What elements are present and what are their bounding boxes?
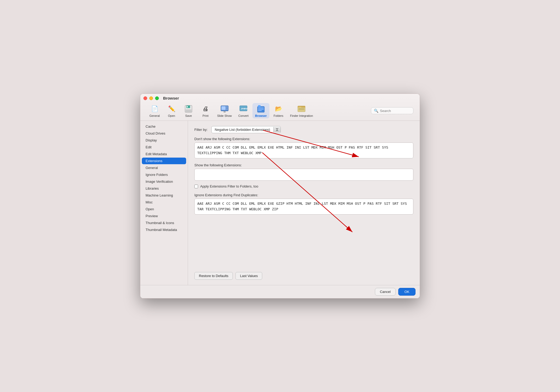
apply-filter-label[interactable]: Apply Extensions Filter to Folders, too	[200, 184, 258, 188]
sidebar-item-cache[interactable]: Cache	[142, 123, 186, 130]
toolbar-label-folders: Folders	[274, 114, 283, 117]
convert-icon: JPG PNG	[239, 104, 248, 114]
svg-rect-16	[258, 110, 262, 111]
toolbar-label-finder: Finder Integration	[290, 114, 313, 117]
ignore-extensions-value: AAE ARJ ASM C CC COM DLL EML EMLX EXE GZ…	[197, 202, 407, 211]
toolbar-label-open: Open	[168, 114, 175, 117]
filter-select-arrow[interactable]	[273, 127, 281, 132]
sidebar-item-machine-learning[interactable]: Machine Learning	[142, 192, 186, 199]
sidebar-item-extensions[interactable]: Extensions	[142, 158, 186, 164]
main-window: Browser 📄 General ✏️ Open	[140, 93, 420, 299]
toolbar-item-convert[interactable]: JPG PNG Convert	[235, 103, 251, 118]
traffic-lights	[143, 96, 159, 100]
main-area: Cache Cloud Drives Display Edit Edit Met…	[140, 121, 420, 285]
svg-rect-22	[299, 109, 304, 110]
last-values-button[interactable]: Last Values	[235, 272, 262, 280]
toolbar-item-finder[interactable]: Finder Integration	[287, 103, 316, 118]
ignore-label: Ignore Extensions during Find Duplicates…	[194, 193, 413, 197]
toolbar: 📄 General ✏️ Open Save 🖨	[143, 102, 417, 121]
finder-icon	[297, 104, 306, 114]
sidebar-item-image-verification[interactable]: Image Verification	[142, 178, 186, 185]
show-extensions-box[interactable]	[194, 169, 413, 181]
toolbar-label-general: General	[149, 114, 160, 117]
buttons-row: Restore to Defaults Last Values	[194, 267, 413, 280]
close-button[interactable]	[143, 96, 147, 100]
cancel-button[interactable]: Cancel	[375, 288, 396, 296]
svg-rect-8	[224, 112, 226, 112]
content-area: Filter by: Negative List (forbidden Exte…	[188, 121, 420, 285]
toolbar-label-convert: Convert	[238, 114, 249, 117]
sidebar-item-preview[interactable]: Preview	[142, 213, 186, 219]
save-icon	[184, 104, 193, 114]
dont-show-extensions-box[interactable]: AAE ARJ ASM C CC COM DLL EML EMLX EXE HT…	[194, 142, 413, 158]
checkbox-row: Apply Extensions Filter to Folders, too	[194, 184, 413, 188]
toolbar-item-open[interactable]: ✏️ Open	[164, 103, 180, 118]
titlebar: Browser 📄 General ✏️ Open	[140, 94, 420, 121]
svg-rect-6	[226, 106, 228, 108]
svg-rect-3	[186, 109, 191, 112]
toolbar-item-general[interactable]: 📄 General	[147, 103, 163, 118]
toolbar-label-browser: Browser	[255, 114, 267, 117]
toolbar-item-save[interactable]: Save	[181, 103, 196, 118]
ignore-extensions-box[interactable]: AAE ARJ ASM C CC COM DLL EML EMLX EXE GZ…	[194, 199, 413, 215]
svg-text:PNG: PNG	[244, 108, 248, 110]
apply-filter-checkbox[interactable]	[194, 185, 198, 188]
toolbar-label-save: Save	[185, 114, 192, 117]
filter-row: Filter by: Negative List (forbidden Exte…	[194, 126, 413, 133]
sidebar-item-thumbnail-metadata[interactable]: Thumbnail Metadata	[142, 226, 186, 233]
sidebar-item-edit[interactable]: Edit	[142, 144, 186, 150]
open-icon: ✏️	[167, 104, 176, 114]
sidebar-item-misc[interactable]: Misc	[142, 199, 186, 206]
sidebar-item-libraries[interactable]: Libraries	[142, 185, 186, 192]
ok-button[interactable]: OK	[398, 288, 415, 296]
print-icon: 🖨	[201, 104, 210, 114]
filter-select-wrapper[interactable]: Negative List (forbidden Extensions)	[211, 126, 281, 133]
sidebar-item-cloud-drives[interactable]: Cloud Drives	[142, 130, 186, 137]
sidebar-item-thumbnail-icons[interactable]: Thumbnail & Icons	[142, 220, 186, 226]
svg-rect-15	[258, 109, 264, 110]
search-input[interactable]	[380, 109, 406, 113]
dont-show-label: Don't show the following Extensions:	[194, 137, 413, 141]
toolbar-item-slideshow[interactable]: Slide Show	[215, 103, 234, 118]
svg-rect-21	[299, 108, 304, 109]
svg-rect-7	[226, 108, 228, 110]
sidebar-item-general[interactable]: General	[142, 164, 186, 171]
browser-icon	[256, 104, 266, 114]
folders-icon: 📂	[274, 104, 283, 114]
bottom-bar: Cancel OK	[140, 285, 420, 298]
svg-rect-5	[221, 106, 226, 110]
general-icon: 📄	[150, 104, 159, 114]
toolbar-item-browser[interactable]: Browser	[252, 103, 269, 118]
toolbar-item-print[interactable]: 🖨 Print	[198, 103, 213, 118]
maximize-button[interactable]	[155, 96, 159, 100]
svg-rect-13	[258, 105, 261, 107]
sidebar-item-edit-metadata[interactable]: Edit Metadata	[142, 151, 186, 157]
minimize-button[interactable]	[149, 96, 153, 100]
sidebar-item-ignore-folders[interactable]: Ignore Folders	[142, 171, 186, 178]
dont-show-extensions-value: AAE ARJ ASM C CC COM DLL EML EMLX EXE HT…	[197, 145, 388, 155]
sidebar-item-open[interactable]: Open	[142, 206, 186, 212]
svg-rect-19	[299, 107, 300, 108]
search-box[interactable]: 🔍	[371, 107, 413, 114]
slideshow-icon	[220, 104, 229, 114]
filter-select-value: Negative List (forbidden Extensions)	[212, 126, 273, 133]
filter-by-label: Filter by:	[194, 128, 208, 132]
svg-rect-20	[300, 107, 301, 108]
toolbar-label-slideshow: Slide Show	[217, 114, 232, 117]
window-title: Browser	[163, 96, 417, 100]
svg-rect-14	[258, 108, 264, 108]
show-label: Show the following Extensions:	[194, 163, 413, 167]
toolbar-item-folders[interactable]: 📂 Folders	[270, 103, 286, 118]
restore-defaults-button[interactable]: Restore to Defaults	[194, 272, 233, 280]
search-icon: 🔍	[374, 109, 378, 113]
toolbar-label-print: Print	[203, 114, 209, 117]
sidebar-item-display[interactable]: Display	[142, 137, 186, 144]
svg-rect-2	[187, 106, 188, 108]
sidebar: Cache Cloud Drives Display Edit Edit Met…	[140, 121, 188, 285]
